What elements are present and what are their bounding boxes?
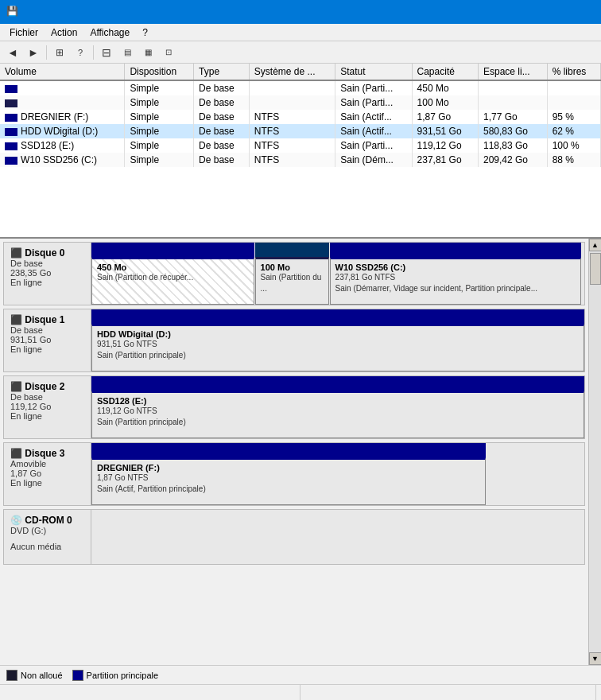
cell-volume: W10 SSD256 (C:) bbox=[0, 153, 125, 167]
toolbar-settings[interactable]: ▦ bbox=[138, 44, 157, 61]
lower-content: ⬛ Disque 0 De base 238,35 Go En ligne 45… bbox=[0, 239, 588, 665]
cell-free bbox=[478, 80, 547, 95]
table-row[interactable]: HDD WDigital (D:) Simple De base NTFS Sa… bbox=[0, 124, 601, 138]
cell-capacity: 931,51 Go bbox=[412, 124, 478, 138]
col-type: Type bbox=[194, 64, 250, 80]
table-row[interactable]: Simple De base Sain (Parti... 450 Mo bbox=[0, 80, 601, 95]
table-header-row: Volume Disposition Type Système de ... S… bbox=[0, 64, 601, 80]
disk-info-0: ⬛ Disque 0 De base 238,35 Go En ligne bbox=[4, 243, 91, 305]
menu-affichage[interactable]: Affichage bbox=[83, 25, 136, 40]
disk2-part1[interactable]: SSD128 (E:) 119,12 Go NTFSSain (Partitio… bbox=[91, 391, 584, 438]
cell-status: Sain (Parti... bbox=[335, 95, 412, 110]
disk0-part2[interactable]: 100 Mo Sain (Partition du ... bbox=[255, 257, 329, 305]
menu-fichier[interactable]: Fichier bbox=[3, 25, 45, 40]
disk1-name: ⬛ Disque 1 bbox=[10, 314, 84, 325]
toolbar-back[interactable]: ◄ bbox=[3, 44, 22, 61]
disk0-part1[interactable]: 450 Mo Sain (Partition de récupér... bbox=[91, 257, 254, 305]
cell-fs: NTFS bbox=[249, 153, 335, 167]
disk3-type: Amovible bbox=[10, 459, 84, 469]
table-body: Simple De base Sain (Parti... 450 Mo Sim… bbox=[0, 80, 601, 167]
cell-fs bbox=[249, 80, 335, 95]
disk0-type: De base bbox=[10, 259, 84, 268]
disk0-bar bbox=[91, 243, 584, 257]
legend-box-main bbox=[72, 670, 83, 681]
table-row[interactable]: Simple De base Sain (Parti... 100 Mo bbox=[0, 95, 601, 110]
cdrom-type: DVD (G:) bbox=[10, 526, 84, 535]
disk2-parts-content: SSD128 (E:) 119,12 Go NTFSSain (Partitio… bbox=[91, 391, 584, 438]
volumes-table: Volume Disposition Type Système de ... S… bbox=[0, 64, 601, 167]
disk0-status: En ligne bbox=[10, 278, 84, 287]
disk2-type: De base bbox=[10, 392, 84, 402]
cell-capacity: 237,81 Go bbox=[412, 153, 478, 167]
disk-row-3: ⬛ Disque 3 Amovible 1,87 Go En ligne DRE… bbox=[3, 442, 585, 506]
disk0-part3[interactable]: W10 SSD256 (C:) 237,81 Go NTFSSain (Déma… bbox=[330, 257, 581, 305]
table-row[interactable]: DREGNIER (F:) Simple De base NTFS Sain (… bbox=[0, 110, 601, 124]
cell-pct: 100 % bbox=[547, 138, 600, 153]
cell-status: Sain (Actif... bbox=[335, 124, 412, 138]
disk3-bar bbox=[91, 443, 584, 457]
close-button[interactable] bbox=[558, 0, 595, 24]
disk2-size: 119,12 Go bbox=[10, 402, 84, 411]
p0-3-detail: 237,81 Go NTFSSain (Démarrer, Vidage sur… bbox=[335, 272, 576, 294]
toolbar-forward[interactable]: ► bbox=[24, 44, 43, 61]
scrollbar-thumb[interactable] bbox=[590, 253, 601, 285]
legend-main-partition: Partition principale bbox=[72, 670, 159, 681]
toolbar-grid[interactable]: ⊞ bbox=[50, 44, 69, 61]
table-row[interactable]: SSD128 (E:) Simple De base NTFS Sain (Pa… bbox=[0, 138, 601, 153]
cell-pct bbox=[547, 95, 600, 110]
cell-status: Sain (Parti... bbox=[335, 80, 412, 95]
menu-action[interactable]: Action bbox=[45, 25, 83, 40]
cell-status: Sain (Actif... bbox=[335, 110, 412, 124]
status-bar bbox=[0, 684, 601, 700]
title-bar-left: 💾 bbox=[6, 6, 24, 18]
disk3-name: ⬛ Disque 3 bbox=[10, 448, 84, 459]
p0-1-name: 450 Mo bbox=[97, 262, 249, 272]
cell-volume: DREGNIER (F:) bbox=[0, 110, 125, 124]
cdrom-status: Aucun média bbox=[10, 542, 84, 551]
col-pct: % libres bbox=[547, 64, 600, 80]
disk2-bar bbox=[91, 376, 584, 391]
lower-wrapper: ⬛ Disque 0 De base 238,35 Go En ligne 45… bbox=[0, 239, 601, 665]
cell-capacity: 1,87 Go bbox=[412, 110, 478, 124]
menu-help[interactable]: ? bbox=[136, 25, 154, 40]
cell-capacity: 100 Mo bbox=[412, 95, 478, 110]
disk3-parts-content: DREGNIER (F:) 1,87 Go NTFSSain (Actif, P… bbox=[91, 457, 584, 505]
cdrom-row: 💿 CD-ROM 0 DVD (G:) Aucun média bbox=[3, 509, 585, 565]
cell-pct bbox=[547, 80, 600, 95]
cell-fs: NTFS bbox=[249, 138, 335, 153]
disk1-part1[interactable]: HDD WDigital (D:) 931,51 Go NTFSSain (Pa… bbox=[91, 324, 584, 371]
p1-1-name: HDD WDigital (D:) bbox=[97, 329, 579, 339]
minimize-button[interactable] bbox=[485, 0, 522, 24]
disk1-status: En ligne bbox=[10, 344, 84, 354]
cell-fs bbox=[249, 95, 335, 110]
toolbar-help[interactable]: ? bbox=[71, 44, 90, 61]
disk-row-1: ⬛ Disque 1 De base 931,51 Go En ligne HD… bbox=[3, 309, 585, 372]
toolbar-props[interactable]: ▤ bbox=[118, 44, 137, 61]
table-area: Volume Disposition Type Système de ... S… bbox=[0, 64, 601, 239]
disk3-status: En ligne bbox=[10, 478, 84, 488]
disk-info-3: ⬛ Disque 3 Amovible 1,87 Go En ligne bbox=[4, 443, 91, 505]
cell-type: De base bbox=[194, 80, 250, 95]
disk-row-2: ⬛ Disque 2 De base 119,12 Go En ligne SS… bbox=[3, 375, 585, 439]
cell-volume bbox=[0, 80, 125, 95]
disk0-bar-p1 bbox=[91, 243, 254, 257]
toolbar-extra1[interactable]: ⊡ bbox=[159, 44, 178, 61]
table-row[interactable]: W10 SSD256 (C:) Simple De base NTFS Sain… bbox=[0, 153, 601, 167]
toolbar-minus[interactable]: ⊟ bbox=[97, 44, 116, 61]
scrollbar-up[interactable]: ▲ bbox=[589, 239, 602, 251]
cell-type: De base bbox=[194, 124, 250, 138]
disk3-part1[interactable]: DREGNIER (F:) 1,87 Go NTFSSain (Actif, P… bbox=[91, 457, 486, 505]
cell-type: De base bbox=[194, 110, 250, 124]
toolbar: ◄ ► ⊞ ? ⊟ ▤ ▦ ⊡ bbox=[0, 41, 601, 64]
disk0-partitions: 450 Mo Sain (Partition de récupér... 100… bbox=[91, 243, 584, 305]
col-status: Statut bbox=[335, 64, 412, 80]
legend: Non alloué Partition principale bbox=[0, 665, 601, 684]
maximize-button[interactable] bbox=[522, 0, 558, 24]
scrollbar-down[interactable]: ▼ bbox=[589, 652, 602, 665]
legend-box-unallocated bbox=[6, 670, 17, 681]
cdrom-info: 💿 CD-ROM 0 DVD (G:) Aucun média bbox=[4, 510, 91, 564]
disk3-bar-p1 bbox=[91, 443, 486, 457]
cell-capacity: 450 Mo bbox=[412, 80, 478, 95]
p2-1-detail: 119,12 Go NTFSSain (Partition principale… bbox=[97, 406, 579, 428]
cell-pct: 95 % bbox=[547, 110, 600, 124]
